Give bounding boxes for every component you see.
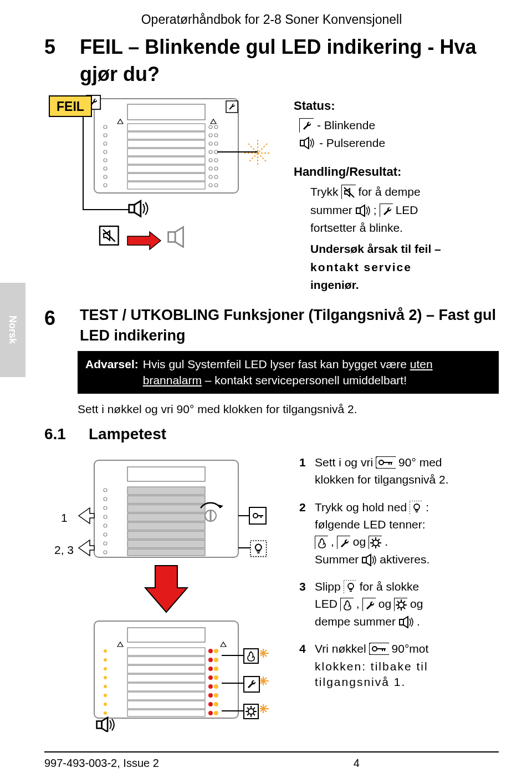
svg-point-112 bbox=[214, 702, 218, 706]
status-pulse-line: - Pulserende bbox=[299, 135, 499, 151]
svg-point-115 bbox=[104, 649, 107, 653]
svg-point-109 bbox=[208, 693, 213, 698]
svg-point-111 bbox=[208, 702, 213, 706]
svg-point-99 bbox=[208, 649, 213, 653]
document-title: Operatørhåndbok for 2-8 Soner Konvensjon… bbox=[44, 11, 499, 28]
page-number: 4 bbox=[354, 756, 360, 771]
svg-point-122 bbox=[104, 711, 107, 715]
svg-rect-35 bbox=[127, 165, 205, 172]
lamp-button-icon bbox=[344, 580, 357, 593]
speaker-icon bbox=[355, 204, 371, 217]
svg-rect-69 bbox=[127, 487, 205, 495]
document-id: 997-493-003-2, Issue 2 bbox=[44, 756, 159, 771]
speaker-icon bbox=[398, 615, 414, 628]
lampetest-diagram: 1 2, 3 bbox=[44, 455, 288, 736]
lampetest-illustration bbox=[44, 455, 288, 732]
svg-point-101 bbox=[208, 658, 213, 662]
svg-rect-72 bbox=[127, 513, 205, 521]
svg-point-110 bbox=[214, 693, 218, 698]
section-title: FEIL – Blinkende gul LED indikering - Hv… bbox=[80, 34, 499, 88]
svg-point-108 bbox=[214, 684, 218, 689]
panel-illustration bbox=[44, 93, 277, 265]
callout-2-3: 2, 3 bbox=[54, 542, 74, 558]
wrench-icon bbox=[362, 598, 376, 611]
status-heading: Status: bbox=[294, 98, 499, 114]
warning-box: Advarsel: Hvis gul Systemfeil LED lyser … bbox=[78, 351, 499, 394]
step-1: 1 Sett i og vri 90° med klokken for tilg… bbox=[299, 455, 499, 490]
svg-rect-98 bbox=[127, 710, 205, 716]
svg-rect-76 bbox=[127, 549, 205, 556]
svg-point-107 bbox=[208, 684, 213, 689]
fire-icon bbox=[340, 598, 354, 611]
section-6-header: 6 TEST / UTKOBLING Funksjoner (Tilgangsn… bbox=[44, 305, 499, 345]
section-number: 5 bbox=[44, 34, 64, 61]
svg-rect-71 bbox=[127, 505, 205, 512]
section-title: TEST / UTKOBLING Funksjoner (Tilgangsniv… bbox=[80, 305, 499, 345]
svg-point-105 bbox=[208, 675, 213, 680]
svg-rect-73 bbox=[127, 522, 205, 530]
step-4: 4 Vri nøkkel 90°mot klokken: tilbake til… bbox=[299, 641, 499, 691]
svg-point-104 bbox=[214, 667, 218, 671]
svg-point-103 bbox=[208, 667, 213, 671]
status-blink-line: - Blinkende bbox=[299, 118, 499, 133]
svg-point-113 bbox=[208, 711, 213, 715]
step-3: 3 Slipp for å slokke LED , og bbox=[299, 579, 499, 631]
fault-panel-diagram: FEIL bbox=[44, 93, 277, 260]
svg-point-102 bbox=[214, 658, 218, 662]
svg-rect-33 bbox=[127, 149, 205, 156]
svg-rect-91 bbox=[127, 648, 205, 655]
lampetest-steps: 1 Sett i og vri 90° med klokken for tilg… bbox=[299, 455, 499, 736]
svg-rect-96 bbox=[127, 692, 205, 700]
svg-rect-92 bbox=[127, 657, 205, 664]
svg-rect-31 bbox=[127, 132, 205, 139]
speaker-icon bbox=[299, 136, 316, 150]
svg-rect-93 bbox=[127, 665, 205, 673]
gear-icon bbox=[369, 536, 382, 549]
svg-rect-30 bbox=[127, 124, 205, 131]
wrench-icon bbox=[299, 118, 314, 133]
svg-point-121 bbox=[104, 703, 107, 706]
feil-badge: FEIL bbox=[49, 95, 92, 117]
svg-rect-32 bbox=[127, 140, 205, 148]
svg-point-119 bbox=[104, 685, 107, 688]
svg-point-117 bbox=[104, 667, 107, 670]
svg-point-116 bbox=[104, 658, 107, 662]
handling-heading: Handling/Resultat: bbox=[294, 164, 499, 180]
insert-key-text: Sett i nøkkel og vri 90° med klokken for… bbox=[78, 401, 499, 417]
svg-rect-36 bbox=[127, 174, 205, 181]
speaker-icon bbox=[361, 553, 377, 566]
lamp-button-icon bbox=[410, 501, 423, 514]
svg-point-120 bbox=[104, 694, 107, 697]
mute-button-icon bbox=[341, 185, 356, 199]
language-tab: Norsk bbox=[0, 283, 25, 377]
wrench-icon bbox=[380, 204, 393, 217]
svg-point-100 bbox=[214, 649, 218, 653]
svg-rect-74 bbox=[127, 531, 205, 539]
svg-rect-95 bbox=[127, 683, 205, 691]
key-icon bbox=[376, 456, 396, 469]
gear-icon bbox=[394, 598, 407, 611]
key-icon bbox=[369, 643, 389, 655]
handling-text: Trykk for å dempe summer ; LED fortsette… bbox=[310, 184, 499, 293]
section-number: 6.1 bbox=[44, 424, 73, 445]
svg-point-106 bbox=[214, 675, 218, 680]
svg-point-118 bbox=[104, 676, 107, 679]
section-number: 6 bbox=[44, 305, 64, 332]
svg-rect-34 bbox=[127, 157, 205, 164]
svg-rect-97 bbox=[127, 701, 205, 709]
svg-rect-75 bbox=[127, 540, 205, 548]
svg-rect-29 bbox=[127, 104, 205, 120]
svg-rect-70 bbox=[127, 496, 205, 504]
page-footer: 997-493-003-2, Issue 2 4 bbox=[44, 751, 499, 771]
section-6-1-header: 6.1 Lampetest bbox=[44, 424, 499, 445]
svg-rect-66 bbox=[168, 232, 176, 242]
svg-point-114 bbox=[214, 711, 218, 715]
section-title: Lampetest bbox=[89, 424, 166, 445]
svg-rect-94 bbox=[127, 674, 205, 682]
fire-icon bbox=[315, 536, 328, 549]
section-5-header: 5 FEIL – Blinkende gul LED indikering - … bbox=[44, 34, 499, 88]
svg-rect-37 bbox=[127, 182, 205, 189]
wrench-icon bbox=[337, 536, 350, 549]
callout-1: 1 bbox=[61, 510, 68, 526]
svg-rect-90 bbox=[127, 628, 205, 642]
